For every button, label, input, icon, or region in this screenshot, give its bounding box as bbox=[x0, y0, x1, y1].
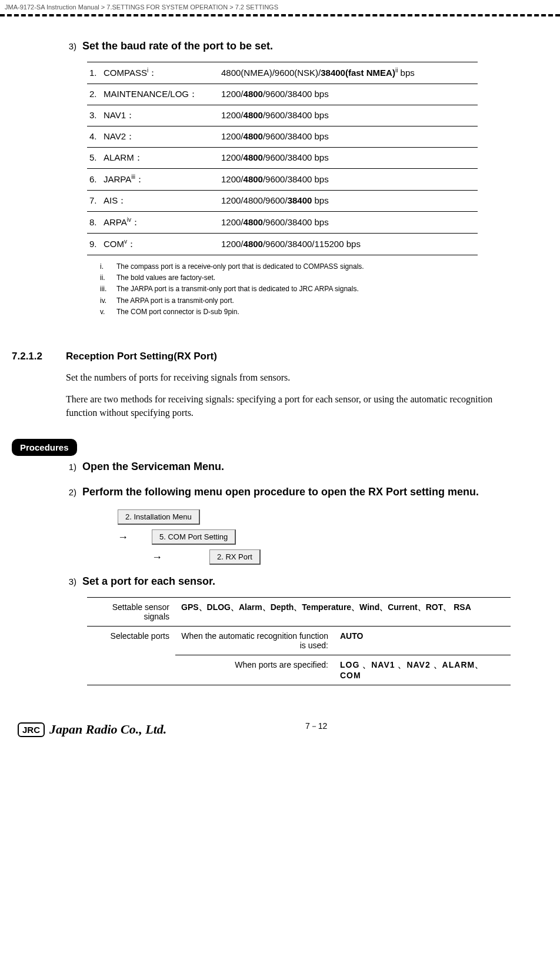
footnote: iv.The ARPA port is a transmit-only port… bbox=[100, 295, 560, 306]
footer-logo: JRC Japan Radio Co., Ltd. bbox=[18, 721, 166, 738]
baud-value: 1200/4800/9600/38400 bps bbox=[219, 169, 478, 191]
port-label: ARPAiv： bbox=[101, 212, 219, 234]
baud-value: 1200/4800/9600/38400 bps bbox=[219, 148, 478, 169]
footnote-key: iv. bbox=[100, 295, 116, 306]
footnote-key: ii. bbox=[100, 272, 116, 284]
cell-value: GPS、DLOG、Alarm、Depth、Temperature、Wind、Cu… bbox=[175, 598, 511, 627]
table-row: 1.COMPASSi：4800(NMEA)/9600(NSK)/38400(fa… bbox=[87, 62, 478, 84]
cell-condition: When ports are specified: bbox=[175, 655, 334, 685]
arrow-icon: → bbox=[118, 531, 152, 544]
row-index: 3. bbox=[87, 105, 101, 126]
baud-value: 1200/4800/9600/38400/115200 bps bbox=[219, 234, 478, 255]
table-row: Settable sensor signals GPS、DLOG、Alarm、D… bbox=[87, 598, 511, 627]
cell-value: LOG 、NAV1 、NAV2 、ALARM、 COM bbox=[334, 655, 511, 685]
footnote: iii.The JARPA port is a transmit-only po… bbox=[100, 284, 560, 295]
menu-path: 2. Installation Menu → 5. COM Port Setti… bbox=[118, 509, 560, 565]
footnote-key: v. bbox=[100, 306, 116, 318]
section-heading: 7.2.1.2 Reception Port Setting(RX Port) bbox=[12, 351, 560, 362]
step-number: 2) bbox=[66, 487, 82, 497]
cell-label: Settable sensor signals bbox=[87, 598, 175, 627]
table-row: 6.JARPAiii：1200/4800/9600/38400 bps bbox=[87, 169, 478, 191]
baud-value: 1200/4800/9600/38400 bps bbox=[219, 191, 478, 212]
footnote-text: The JARPA port is a transmit-only port t… bbox=[116, 284, 359, 295]
step-title: Set a port for each sensor. bbox=[82, 575, 560, 588]
row-index: 7. bbox=[87, 191, 101, 212]
step-number: 1) bbox=[66, 462, 82, 472]
baud-value: 1200/4800/9600/38400 bps bbox=[219, 105, 478, 126]
table-row: 9.COMv：1200/4800/9600/38400/115200 bps bbox=[87, 234, 478, 255]
cell-value: AUTO bbox=[334, 627, 511, 655]
procedures-badge: Procedures bbox=[12, 439, 77, 456]
table-row: 2.MAINTENANCE/LOG：1200/4800/9600/38400 b… bbox=[87, 84, 478, 105]
port-settings-table: Settable sensor signals GPS、DLOG、Alarm、D… bbox=[87, 597, 511, 685]
footnote-text: The compass port is a receive-only port … bbox=[116, 261, 364, 272]
section-number: 7.2.1.2 bbox=[12, 351, 66, 362]
port-label: COMv： bbox=[101, 234, 219, 255]
procedure-step-1: 1) Open the Serviceman Menu. bbox=[66, 461, 560, 473]
body-paragraph: There are two methods for receiving sign… bbox=[66, 392, 525, 419]
row-index: 1. bbox=[87, 62, 101, 84]
table-row: 7.AIS：1200/4800/9600/38400 bps bbox=[87, 191, 478, 212]
baud-rate-table: 1.COMPASSi：4800(NMEA)/9600(NSK)/38400(fa… bbox=[87, 62, 478, 255]
step-3: 3) Set the baud rate of the port to be s… bbox=[66, 40, 560, 52]
cell-label: Selectable ports bbox=[87, 627, 175, 685]
step-title: Set the baud rate of the port to be set. bbox=[82, 40, 560, 52]
procedure-step-3: 3) Set a port for each sensor. bbox=[66, 575, 560, 588]
port-label: NAV2： bbox=[101, 126, 219, 148]
port-label: MAINTENANCE/LOG： bbox=[101, 84, 219, 105]
jrc-logo-box: JRC bbox=[18, 722, 45, 737]
table-row: 8.ARPAiv：1200/4800/9600/38400 bps bbox=[87, 212, 478, 234]
row-index: 5. bbox=[87, 148, 101, 169]
baud-value: 1200/4800/9600/38400 bps bbox=[219, 84, 478, 105]
table-row: 3.NAV1：1200/4800/9600/38400 bps bbox=[87, 105, 478, 126]
table-row: 4.NAV2：1200/4800/9600/38400 bps bbox=[87, 126, 478, 148]
footnote-key: i. bbox=[100, 261, 116, 272]
menu-button-installation[interactable]: 2. Installation Menu bbox=[118, 509, 200, 525]
divider bbox=[0, 14, 560, 16]
baud-value: 1200/4800/9600/38400 bps bbox=[219, 212, 478, 234]
step-number: 3) bbox=[66, 577, 82, 587]
table-row: Selectable ports When the automatic reco… bbox=[87, 627, 511, 655]
port-label: COMPASSi： bbox=[101, 62, 219, 84]
footnote-text: The COM port connector is D-sub 9pin. bbox=[116, 306, 239, 318]
footnote-text: The ARPA port is a transmit-only port. bbox=[116, 295, 234, 306]
jrc-logo-script: Japan Radio Co., Ltd. bbox=[49, 722, 166, 737]
row-index: 4. bbox=[87, 126, 101, 148]
step-number: 3) bbox=[66, 41, 82, 51]
footnote: ii.The bold values are factory-set. bbox=[100, 272, 560, 284]
port-label: JARPAiii： bbox=[101, 169, 219, 191]
footnote-key: iii. bbox=[100, 284, 116, 295]
step-title: Perform the following menu open procedur… bbox=[82, 484, 560, 501]
cell-condition: When the automatic recognition function … bbox=[175, 627, 334, 655]
baud-value: 4800(NMEA)/9600(NSK)/38400(fast NMEA)ii … bbox=[219, 62, 478, 84]
menu-button-rx-port[interactable]: 2. RX Port bbox=[209, 549, 261, 565]
row-index: 9. bbox=[87, 234, 101, 255]
table-row: 5.ALARM：1200/4800/9600/38400 bps bbox=[87, 148, 478, 169]
footnote-text: The bold values are factory-set. bbox=[116, 272, 215, 284]
footnotes: i.The compass port is a receive-only por… bbox=[100, 261, 560, 318]
breadcrumb: JMA-9172-SA Instruction Manual > 7.SETTI… bbox=[0, 0, 560, 13]
row-index: 6. bbox=[87, 169, 101, 191]
menu-button-com-port[interactable]: 5. COM Port Setting bbox=[152, 529, 236, 545]
row-index: 2. bbox=[87, 84, 101, 105]
arrow-icon: → bbox=[152, 551, 186, 564]
port-label: AIS： bbox=[101, 191, 219, 212]
port-label: ALARM： bbox=[101, 148, 219, 169]
body-paragraph: Set the numbers of ports for receiving s… bbox=[66, 371, 525, 384]
footnote: i.The compass port is a receive-only por… bbox=[100, 261, 560, 272]
footnote: v.The COM port connector is D-sub 9pin. bbox=[100, 306, 560, 318]
baud-value: 1200/4800/9600/38400 bps bbox=[219, 126, 478, 148]
row-index: 8. bbox=[87, 212, 101, 234]
port-label: NAV1： bbox=[101, 105, 219, 126]
step-title: Open the Serviceman Menu. bbox=[82, 461, 560, 473]
section-title: Reception Port Setting(RX Port) bbox=[66, 351, 217, 362]
procedure-step-2: 2) Perform the following menu open proce… bbox=[66, 484, 560, 501]
